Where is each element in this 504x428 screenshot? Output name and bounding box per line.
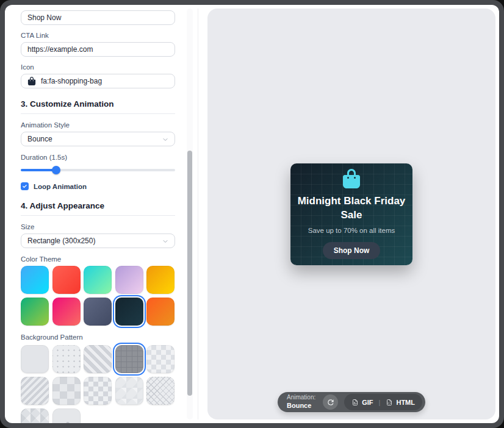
banner-cta-button[interactable]: Shop Now — [323, 242, 381, 259]
size-value: Rectangle (300x250) — [27, 237, 95, 245]
banner-title: Midnight Black Friday Sale — [292, 194, 411, 223]
animation-style-select[interactable]: Bounce — [21, 132, 175, 146]
duration-slider-fill — [21, 169, 56, 171]
export-gif-label: GIF — [362, 399, 373, 406]
section-divider — [21, 113, 175, 114]
export-gif-button[interactable]: GIF — [351, 399, 373, 406]
duration-slider[interactable] — [21, 166, 175, 174]
pattern-sparse-diamonds[interactable] — [52, 408, 81, 423]
refresh-button[interactable] — [323, 394, 338, 410]
cta-link-input[interactable] — [21, 42, 175, 57]
background-pattern-grid — [21, 345, 175, 423]
background-pattern-label: Background Pattern — [21, 333, 175, 341]
loop-animation-checkbox[interactable] — [21, 182, 29, 190]
size-label: Size — [21, 223, 175, 230]
pattern-diamond-checker[interactable] — [146, 345, 175, 373]
panel-divider — [198, 9, 198, 419]
color-theme-grid — [21, 266, 175, 326]
loop-animation-row[interactable]: Loop Animation — [21, 182, 175, 190]
color-theme-lavender[interactable] — [115, 266, 143, 294]
banner-subtitle: Save up to 70% on all items — [308, 227, 395, 234]
shopping-bag-icon — [27, 77, 36, 85]
sidebar-scrollbar-thumb[interactable] — [187, 151, 192, 396]
preview-toolbar: Animation: Bounce GIF | HT — [278, 392, 425, 412]
chevron-down-icon — [162, 238, 169, 245]
color-theme-amber-yellow[interactable] — [146, 266, 175, 294]
duration-slider-thumb[interactable] — [52, 166, 60, 174]
size-select[interactable]: Rectangle (300x250) — [21, 234, 175, 248]
settings-sidebar: CTA Link Icon 3. Customize Animation Ani… — [21, 5, 175, 423]
animation-status: Animation: Bounce — [287, 394, 317, 410]
file-code-icon — [386, 399, 393, 406]
appearance-section-title: 4. Adjust Appearance — [21, 201, 175, 210]
duration-label: Duration (1.5s) — [21, 154, 175, 161]
preview-panel: Midnight Black Friday Sale Save up to 70… — [207, 9, 495, 419]
animation-style-label: Animation Style — [21, 121, 175, 129]
color-theme-blue-cyan[interactable] — [21, 266, 49, 294]
banner-preview: Midnight Black Friday Sale Save up to 70… — [290, 163, 412, 265]
animation-section-title: 3. Customize Animation — [21, 99, 175, 109]
color-theme-midnight[interactable] — [115, 298, 143, 326]
color-theme-orange[interactable] — [146, 298, 175, 326]
refresh-icon — [326, 398, 335, 407]
pattern-thin-stripes[interactable] — [21, 377, 49, 405]
color-theme-teal-green[interactable] — [84, 266, 112, 294]
animation-status-value: Bounce — [287, 402, 315, 410]
app-window: CTA Link Icon 3. Customize Animation Ani… — [5, 5, 499, 423]
color-theme-pink[interactable] — [52, 298, 81, 326]
shopping-bag-icon — [342, 169, 361, 188]
icon-value-input[interactable] — [21, 74, 175, 88]
color-theme-slate[interactable] — [84, 298, 112, 326]
file-image-icon — [351, 399, 359, 406]
pattern-checkerboard[interactable] — [84, 377, 112, 405]
toolbar-separator: | — [379, 399, 381, 406]
animation-status-label: Animation: — [287, 394, 315, 402]
app-frame: CTA Link Icon 3. Customize Animation Ani… — [0, 0, 504, 428]
cta-text-input[interactable] — [21, 10, 175, 25]
export-group: GIF | HTML — [344, 394, 422, 410]
color-theme-label: Color Theme — [21, 255, 175, 263]
pattern-crosshatch[interactable] — [146, 377, 175, 405]
loop-animation-label: Loop Animation — [34, 183, 87, 190]
export-html-button[interactable]: HTML — [386, 399, 415, 406]
section-divider — [21, 215, 175, 216]
pattern-solid[interactable] — [21, 345, 49, 373]
chevron-down-icon — [162, 136, 169, 143]
pattern-facets[interactable] — [115, 377, 143, 405]
icon-field-label: Icon — [21, 63, 175, 71]
color-theme-red[interactable] — [52, 266, 81, 294]
export-html-label: HTML — [396, 399, 415, 406]
color-theme-green-lime[interactable] — [21, 298, 49, 326]
pattern-dots[interactable] — [52, 345, 81, 373]
pattern-large-diamonds[interactable] — [52, 377, 81, 405]
pattern-pyramids[interactable] — [21, 408, 49, 423]
cta-link-label: CTA Link — [21, 32, 175, 39]
pattern-diagonal-stripes[interactable] — [84, 345, 112, 373]
animation-style-value: Bounce — [27, 135, 52, 143]
pattern-grid[interactable] — [115, 345, 143, 373]
